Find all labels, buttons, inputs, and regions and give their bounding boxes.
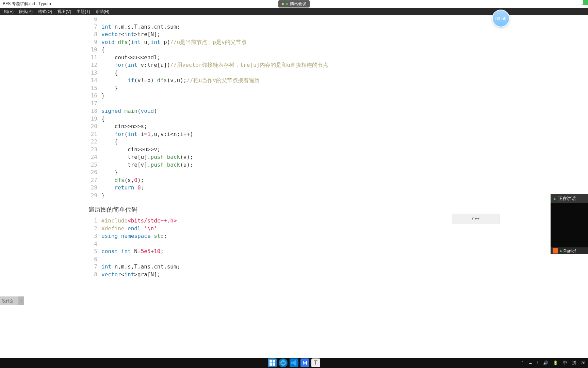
code-block-1[interactable]: 67int n,m,s,T,ans,cnt,sum;8vector<int>tr… [88,15,500,199]
outline-toggle[interactable]: 说什么... ‹ [0,296,24,305]
timer-bubble[interactable]: 03:59 [492,10,510,27]
volume-icon[interactable]: 🔊 [543,361,548,365]
clock[interactable]: 20 [581,361,585,365]
code-line[interactable]: 15 } [88,85,500,92]
code-line[interactable]: 17 [88,100,500,108]
code-line[interactable]: 7int n,m,s,T,ans,cnt,sum; [88,263,500,271]
menu-help[interactable]: 帮助(H) [93,8,112,15]
vscode-icon[interactable] [290,358,298,367]
code-text[interactable]: #include<bits/stdc++.h> [101,217,177,225]
code-line[interactable]: 8vector<int>gra[N]; [88,271,500,279]
code-line[interactable]: 6 [88,256,500,263]
code-text[interactable]: { [101,115,105,123]
code-line[interactable]: 13 { [88,69,500,77]
code-line[interactable]: 8vector<int>tre[N]; [88,31,500,39]
code-line[interactable]: 6 [88,15,500,23]
meeting-label: 腾讯会议 [290,1,306,7]
code-text[interactable]: cout<<u<<endl; [101,54,160,62]
code-text[interactable]: cin>>n>>s; [101,123,147,131]
line-number: 20 [88,123,101,131]
onedrive-icon[interactable]: ☁ [528,361,532,365]
window-titlebar: BFS 专题讲解.md - Typora 腾讯会议 ─ [0,0,588,8]
code-line[interactable]: 14 if(v!=p) dfs(v,u);//把u当作v的父节点接着遍历 [88,77,500,85]
ime-indicator-1[interactable]: 中 [563,360,567,366]
code-text[interactable]: void dfs(int u,int p)//u是当前节点，p是v的父节点 [101,39,247,46]
code-text[interactable]: tre[u].push_back(v); [101,153,193,161]
code-line[interactable]: 29} [88,192,500,200]
section-heading[interactable]: 遍历图的简单代码 [88,205,500,214]
menu-view[interactable]: 视图(V) [55,8,74,15]
code-line[interactable]: 1#include<bits/stdc++.h> [88,217,500,225]
svg-rect-1 [273,360,275,363]
edge-icon[interactable] [279,358,288,367]
code-text[interactable]: for(int i=1,u,v;i<n;i++) [101,131,193,138]
code-text[interactable]: return 0; [101,184,144,192]
code-text[interactable]: { [101,138,118,146]
code-text[interactable]: for(int v:tre[u])//用vector邻接链表存树，tre[u]内… [101,61,328,69]
code-text[interactable]: using namespace std; [101,232,167,240]
menu-edit[interactable]: 辑(E) [1,8,16,15]
battery-icon[interactable]: 🔋 [553,361,558,365]
code-text[interactable]: } [101,169,118,177]
code-text[interactable]: vector<int>tre[N]; [101,31,160,39]
code-line[interactable]: 12 for(int v:tre[u])//用vector邻接链表存树，tre[… [88,61,500,69]
code-text[interactable]: } [101,192,105,200]
start-button[interactable] [268,358,277,367]
code-line[interactable]: 21 for(int i=1,u,v;i<n;i++) [88,131,500,138]
code-text[interactable]: { [101,46,105,54]
meeting-side-panel: ● 正在讲话 ● Panicf [551,194,588,254]
code-line[interactable]: 9void dfs(int u,int p)//u是当前节点，p是v的父节点 [88,39,500,46]
code-line[interactable]: 3using namespace std; [88,232,500,240]
menu-theme[interactable]: 主题(T) [74,8,93,15]
tray-chevron-icon[interactable]: ˄ [521,361,523,365]
code-text[interactable]: #define endl '\n' [101,225,157,233]
code-text[interactable]: if(v!=p) dfs(v,u);//把u当作v的父节点接着遍历 [101,77,260,85]
code-line[interactable]: 28 return 0; [88,184,500,192]
code-line[interactable]: 10{ [88,46,500,54]
typora-icon[interactable]: T [311,358,320,367]
code-text[interactable]: tre[v].push_back(u); [101,161,193,169]
code-line[interactable]: 4 [88,240,500,248]
wifi-icon[interactable]: ⟟ [537,361,538,365]
menu-format[interactable]: 格式(O) [35,8,55,15]
code-text[interactable]: vector<int>gra[N]; [101,271,160,279]
line-number: 18 [88,107,101,115]
code-line[interactable]: 23 cin>>u>>v; [88,146,500,154]
avatar-icon [553,248,558,254]
meeting-app-icon[interactable] [300,358,309,367]
menu-paragraph[interactable]: 段落(P) [16,8,35,15]
code-text[interactable]: int n,m,s,T,ans,cnt,sum; [101,263,180,271]
code-line[interactable]: 22 { [88,138,500,146]
code-line[interactable]: 26 } [88,169,500,177]
code-line[interactable]: 18signed main(void) [88,107,500,115]
code-block-2[interactable]: C++ 1#include<bits/stdc++.h>2#define end… [88,217,500,278]
code-line[interactable]: 19{ [88,115,500,123]
code-line[interactable]: 24 tre[u].push_back(v); [88,153,500,161]
code-text[interactable]: dfs(s,0); [101,177,144,184]
ime-indicator-2[interactable]: 拼 [572,360,576,366]
editor-content[interactable]: 67int n,m,s,T,ans,cnt,sum;8vector<int>tr… [0,15,588,358]
code-line[interactable]: 2#define endl '\n' [88,225,500,233]
code-text[interactable]: cin>>u>>v; [101,146,160,154]
code-line[interactable]: 5const int N=5e5+10; [88,248,500,256]
video-thumbnail[interactable] [551,203,588,247]
line-number: 2 [88,225,101,233]
code-text[interactable]: } [101,85,118,92]
code-line[interactable]: 16} [88,92,500,100]
code-text[interactable]: { [101,69,118,77]
code-text[interactable]: int n,m,s,T,ans,cnt,sum; [101,23,180,31]
code-line[interactable]: 7int n,m,s,T,ans,cnt,sum; [88,23,500,31]
signal-dot-icon [282,3,284,5]
participant-row[interactable]: ● Panicf [551,247,588,254]
code-text[interactable]: } [101,92,105,100]
code-line[interactable]: 20 cin>>n>>s; [88,123,500,131]
participant-name: Panicf [564,248,576,254]
code-text[interactable]: signed main(void) [101,107,157,115]
meeting-indicator[interactable]: 腾讯会议 [278,0,310,7]
code-line[interactable]: 25 tre[v].push_back(u); [88,161,500,169]
code-line[interactable]: 27 dfs(s,0); [88,177,500,184]
code-line[interactable]: 11 cout<<u<<endl; [88,54,500,62]
line-number: 22 [88,138,101,146]
code-text[interactable]: const int N=5e5+10; [101,248,164,256]
code-language-tag[interactable]: C++ [452,214,500,224]
